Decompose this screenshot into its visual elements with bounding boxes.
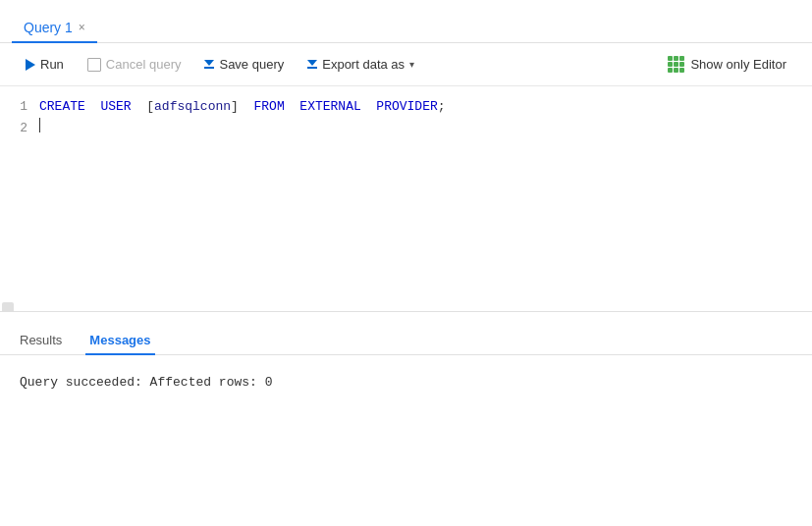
run-label: Run xyxy=(40,57,64,72)
user-id: adfsqlconn xyxy=(154,99,231,114)
export-icon xyxy=(307,60,317,69)
line-number-1: 1 xyxy=(16,96,27,118)
grid-icon xyxy=(668,56,684,73)
kw-user: USER xyxy=(100,99,131,114)
results-tab-label: Results xyxy=(20,333,62,347)
chevron-down-icon: ▾ xyxy=(409,59,414,70)
query-tab[interactable]: Query 1 × xyxy=(12,12,97,43)
run-icon xyxy=(26,59,35,71)
kw-external: EXTERNAL xyxy=(299,99,360,114)
tab-close-icon[interactable]: × xyxy=(79,22,85,33)
semicolon: ; xyxy=(438,99,446,114)
bracket-open: [ xyxy=(146,99,154,114)
query-tab-label: Query 1 xyxy=(24,20,73,35)
results-content: Query succeeded: Affected rows: 0 xyxy=(0,355,812,409)
results-area: Results Messages Query succeeded: Affect… xyxy=(0,312,812,409)
cancel-icon xyxy=(87,58,101,72)
results-tab[interactable]: Results xyxy=(16,325,66,355)
editor-content: 1 2 CREATE USER [adfsqlconn] FROM EXTERN… xyxy=(0,86,812,149)
results-tabs: Results Messages xyxy=(0,312,812,355)
export-label: Export data as xyxy=(322,57,405,72)
line-numbers: 1 2 xyxy=(0,96,39,139)
show-editor-button[interactable]: Show only Editor xyxy=(658,51,796,78)
editor-area[interactable]: 1 2 CREATE USER [adfsqlconn] FROM EXTERN… xyxy=(0,86,812,312)
result-message: Query succeeded: Affected rows: 0 xyxy=(20,375,272,390)
code-line-1: CREATE USER [adfsqlconn] FROM EXTERNAL P… xyxy=(39,96,812,118)
cancel-button[interactable]: Cancel query xyxy=(78,52,191,77)
show-editor-label: Show only Editor xyxy=(690,57,786,72)
run-button[interactable]: Run xyxy=(16,52,74,77)
export-button[interactable]: Export data as ▾ xyxy=(298,52,424,77)
kw-from: FROM xyxy=(254,99,285,114)
kw-create: CREATE xyxy=(39,99,85,114)
bracket-close: ] xyxy=(231,99,239,114)
code-lines: CREATE USER [adfsqlconn] FROM EXTERNAL P… xyxy=(39,96,812,139)
save-label: Save query xyxy=(219,57,284,72)
messages-tab[interactable]: Messages xyxy=(85,325,154,355)
cursor xyxy=(39,118,40,132)
line-number-2: 2 xyxy=(16,118,27,139)
cancel-label: Cancel query xyxy=(106,57,182,72)
code-line-2 xyxy=(39,118,812,132)
save-icon xyxy=(204,60,214,69)
kw-provider: PROVIDER xyxy=(376,99,437,114)
toolbar: Run Cancel query Save query Export data … xyxy=(0,43,812,86)
tab-bar: Query 1 × xyxy=(0,0,812,43)
save-button[interactable]: Save query xyxy=(194,52,294,77)
messages-tab-label: Messages xyxy=(89,333,150,347)
resize-handle[interactable] xyxy=(0,305,812,311)
